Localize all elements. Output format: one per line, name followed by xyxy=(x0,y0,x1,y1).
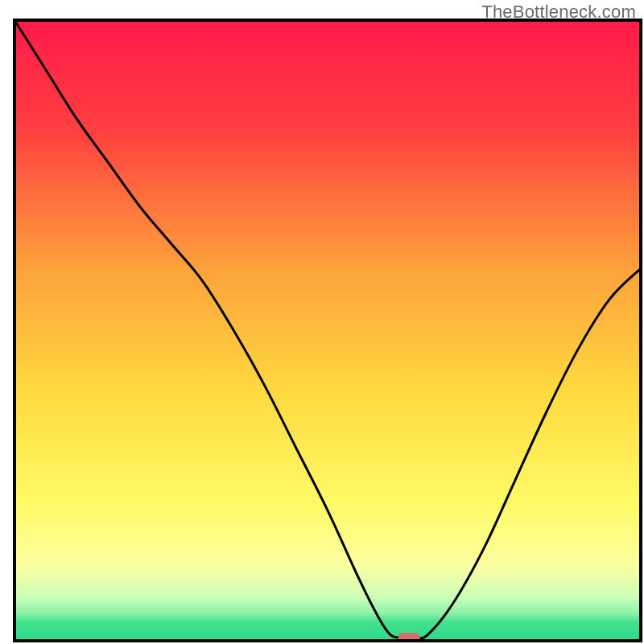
bottleneck-chart xyxy=(0,0,644,644)
watermark-source-label: TheBottleneck.com xyxy=(481,2,636,23)
plot-background xyxy=(14,20,641,641)
chart-container: TheBottleneck.com xyxy=(0,0,644,644)
